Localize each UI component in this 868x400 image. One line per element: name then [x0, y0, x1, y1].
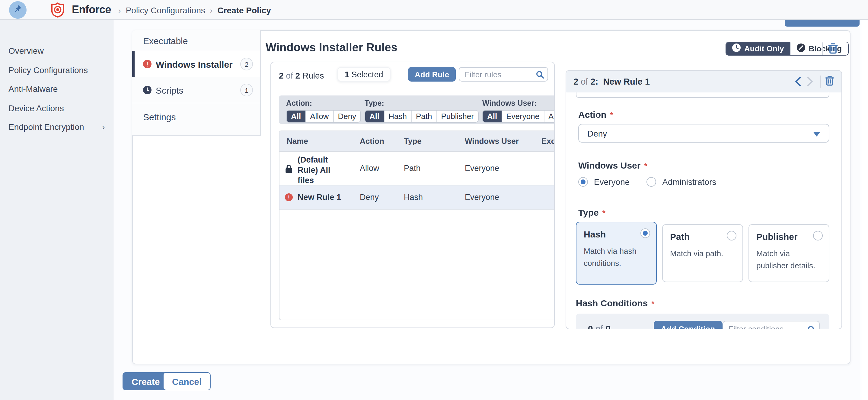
radio-administrators-label: Administrators: [662, 177, 716, 187]
filter-type-path[interactable]: Path: [411, 111, 436, 122]
radio-administrators[interactable]: [647, 177, 656, 187]
filter-type-hash[interactable]: Hash: [383, 111, 411, 122]
chevron-down-icon: [813, 132, 820, 137]
chevron-right-icon[interactable]: [807, 77, 813, 86]
table-row-default-rule[interactable]: (Default Rule) All files Allow Path Ever…: [279, 152, 555, 185]
filter-label-windows-user: Windows User:: [482, 99, 555, 108]
rule-pager: 2 of 2: New Rule 1: [574, 77, 650, 86]
filter-action-all[interactable]: All: [287, 111, 305, 122]
filter-user-everyone[interactable]: Everyone: [501, 111, 544, 122]
filter-user-administrators[interactable]: Admi: [544, 111, 555, 122]
type-card-path[interactable]: Path Match via path.: [662, 224, 743, 282]
sidebar-item-anti-malware[interactable]: Anti-Malware: [8, 84, 58, 94]
rule-windows-user: Everyone: [465, 193, 499, 202]
selected-count-chip: 1 Selected: [337, 67, 391, 82]
action-select[interactable]: Deny: [578, 124, 829, 143]
rule-type: Path: [404, 164, 421, 173]
rules-table: Name Action Type Windows User Exc (Defau…: [279, 131, 555, 320]
required-asterisk: *: [644, 161, 647, 170]
windows-user-segmented-control: All Everyone Admi: [482, 110, 555, 123]
rule-name: (Default Rule) All files: [298, 155, 339, 186]
clock-icon: [143, 86, 152, 94]
sidebar: Overview Policy Configurations Anti-Malw…: [0, 20, 114, 400]
page-scrollbar[interactable]: [861, 20, 868, 400]
tab-executable[interactable]: Executable: [132, 30, 260, 51]
chevron-left-icon[interactable]: [795, 77, 801, 86]
type-card-description: Match via hash conditions.: [584, 245, 649, 269]
type-card-publisher[interactable]: Publisher Match via publisher details.: [748, 224, 829, 282]
filter-label-action: Action:: [286, 99, 361, 108]
type-card-radio[interactable]: [813, 231, 823, 240]
col-header-windows-user: Windows User: [465, 137, 519, 146]
filter-user-all[interactable]: All: [483, 111, 501, 122]
type-card-hash[interactable]: Hash Match via hash conditions.: [576, 222, 657, 285]
filter-conditions-field: [722, 321, 820, 329]
required-asterisk: *: [602, 208, 606, 218]
pager-total: 2:: [590, 77, 598, 86]
add-rule-button[interactable]: Add Rule: [408, 67, 456, 82]
rule-detail-panel: 2 of 2: New Rule 1 Action*: [566, 70, 842, 329]
label-text: Type: [578, 207, 599, 218]
col-header-exclusions: Exc: [541, 137, 555, 146]
audit-only-label: Audit Only: [744, 44, 784, 53]
add-condition-button[interactable]: Add Condition: [654, 321, 722, 329]
filter-type-all[interactable]: All: [365, 111, 383, 122]
radio-everyone[interactable]: [578, 177, 588, 187]
delete-section-button[interactable]: [828, 43, 838, 56]
hash-conditions-panel: 0 of 0 Add Condition: [576, 314, 829, 329]
app-root: Enforce › Policy Configurations › Create…: [0, 0, 868, 400]
pager-of: of: [581, 77, 588, 86]
selected-label: Selected: [351, 70, 383, 79]
top-header-bar: Enforce › Policy Configurations › Create…: [0, 0, 868, 20]
filter-rules-input[interactable]: [459, 67, 548, 82]
table-row-new-rule-1[interactable]: New Rule 1 Deny Hash Everyone: [279, 185, 555, 210]
action-select-value: Deny: [587, 128, 607, 138]
tab-scripts[interactable]: Scripts 1: [132, 77, 260, 103]
sidebar-item-policy-configurations[interactable]: Policy Configurations: [8, 65, 88, 75]
type-field-label: Type*: [578, 207, 606, 218]
audit-only-toggle[interactable]: Audit Only: [726, 42, 790, 55]
chevron-right-icon: ›: [102, 122, 105, 132]
rule-action: Allow: [360, 164, 379, 173]
windows-user-radio-group: Everyone Administrators: [578, 177, 727, 187]
pin-button[interactable]: [9, 1, 27, 19]
rules-count-suffix: Rules: [302, 71, 324, 80]
app-name: Enforce: [72, 4, 111, 16]
type-card-radio[interactable]: [641, 228, 650, 238]
label-text: Windows User: [578, 160, 641, 170]
conditions-count-of: of: [595, 323, 603, 329]
rules-count-current: 2: [279, 71, 284, 80]
blocking-toggle[interactable]: Blocking: [790, 42, 848, 55]
rules-filter-bar: Action: All Allow Deny Type: All Hash Pa…: [279, 95, 555, 124]
lock-icon: [285, 164, 293, 176]
delete-rule-button[interactable]: [825, 76, 834, 88]
tab-windows-installer[interactable]: Windows Installer 2: [132, 51, 260, 77]
breadcrumb: › Policy Configurations › Create Policy: [118, 5, 271, 15]
radio-everyone-label: Everyone: [594, 177, 629, 187]
filter-conditions-input[interactable]: [722, 321, 820, 329]
filter-action-allow[interactable]: Allow: [305, 111, 333, 122]
alert-icon: [143, 60, 152, 68]
breadcrumb-separator: ›: [210, 6, 213, 15]
cancel-button[interactable]: Cancel: [163, 372, 211, 390]
type-card-title: Path: [670, 231, 735, 242]
filter-type-publisher[interactable]: Publisher: [436, 111, 478, 122]
breadcrumb-separator: ›: [118, 6, 121, 15]
sidebar-item-overview[interactable]: Overview: [8, 46, 44, 56]
blocking-icon: [797, 44, 805, 54]
col-header-action: Action: [360, 137, 384, 146]
create-button[interactable]: Create: [123, 372, 169, 390]
search-icon: [536, 70, 544, 78]
windows-user-field-label: Windows User*: [578, 160, 647, 170]
rule-name-input-partial[interactable]: [576, 92, 829, 98]
type-card-radio[interactable]: [727, 231, 736, 240]
partial-save-button[interactable]: [785, 20, 860, 27]
breadcrumb-policy-configurations[interactable]: Policy Configurations: [126, 5, 205, 15]
filter-action-deny[interactable]: Deny: [333, 111, 360, 122]
sidebar-item-device-actions[interactable]: Device Actions: [8, 103, 64, 113]
alert-icon: [285, 193, 293, 201]
required-asterisk: *: [651, 299, 654, 308]
search-icon: [808, 325, 815, 329]
sidebar-item-endpoint-encryption[interactable]: Endpoint Encryption: [8, 122, 84, 132]
tab-settings[interactable]: Settings: [132, 103, 260, 135]
